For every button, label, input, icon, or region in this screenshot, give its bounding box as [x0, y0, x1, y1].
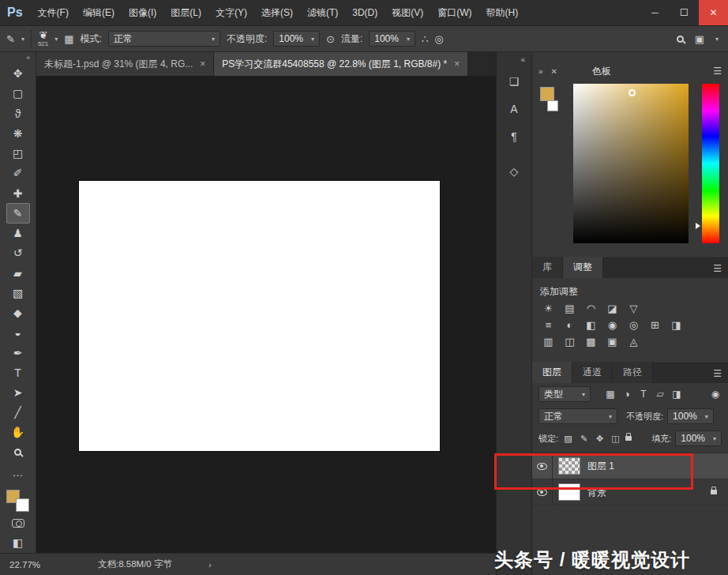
edit-toolbar-button[interactable]: … [6, 462, 30, 482]
background-color-swatch[interactable] [16, 498, 29, 512]
hue-slider[interactable] [702, 84, 719, 243]
adjustment-icon-brightness-contrast[interactable]: ☀ [542, 303, 555, 314]
status-chevron-icon[interactable]: › [208, 560, 212, 569]
adjustment-icon-gradient-map[interactable]: ▩ [584, 336, 598, 348]
adjustment-icon-levels[interactable]: ▤ [563, 303, 576, 314]
type-tool[interactable]: T [6, 363, 30, 382]
filter-shape-layers-icon[interactable]: ▱ [654, 389, 666, 400]
zoom-tool[interactable] [6, 442, 30, 462]
zoom-level-field[interactable]: 22.77% [9, 560, 49, 569]
active-tool-icon[interactable]: ✎ [6, 33, 15, 45]
crop-tool[interactable]: ◰ [6, 144, 30, 163]
menu-type[interactable]: 文字(Y) [208, 6, 254, 20]
document-tab-active[interactable]: PS学习交流群45408558 @ 22.8% (图层 1, RGB/8#) *… [214, 52, 468, 76]
lock-image-pixels-icon[interactable]: ✎ [578, 434, 590, 444]
fill-select[interactable]: 100% ▾ [675, 430, 722, 446]
airbrush-icon[interactable]: ∴ [422, 33, 428, 45]
tab-channels[interactable]: 通道 [572, 362, 613, 383]
adjustment-icon-invert[interactable]: ◨ [670, 319, 683, 331]
visibility-toggle[interactable] [532, 479, 553, 505]
menu-edit[interactable]: 编辑(E) [76, 6, 122, 20]
adjustment-icon-channel-mixer[interactable]: ◎ [627, 319, 640, 331]
history-brush-tool[interactable]: ↺ [6, 243, 30, 263]
panel-icon-3d[interactable]: ◇ [502, 161, 526, 182]
panel-menu-icon[interactable]: ☰ [713, 66, 722, 77]
hue-slider-marker-icon[interactable] [696, 223, 700, 229]
maximize-button[interactable]: ☐ [670, 0, 699, 25]
menu-3d[interactable]: 3D(D) [345, 7, 385, 18]
quick-selection-tool[interactable]: ❋ [6, 123, 30, 143]
lock-all-icon[interactable] [625, 436, 632, 441]
line-tool[interactable]: ╱ [6, 403, 30, 423]
panel-icon-paragraph[interactable]: ¶ [502, 126, 526, 147]
menu-filter[interactable]: 滤镜(T) [300, 6, 345, 20]
color-picker-marker[interactable] [629, 89, 636, 96]
lock-artboard-icon[interactable]: ◫ [610, 434, 621, 444]
collapse-panel-icon[interactable]: » [538, 67, 543, 76]
layer-opacity-select[interactable]: 100% ▾ [667, 408, 714, 424]
close-button[interactable]: ✕ [699, 0, 728, 25]
tab-layers[interactable]: 图层 [532, 362, 572, 383]
brush-preset-caret-icon[interactable]: ▾ [54, 36, 58, 43]
filter-smart-objects-icon[interactable]: ◨ [670, 389, 683, 400]
foreground-color-chip[interactable] [540, 87, 554, 101]
layer-thumbnail[interactable] [558, 483, 580, 501]
layer-filter-toggle-icon[interactable]: ◉ [709, 389, 722, 400]
adjustment-icon-misc[interactable]: ◬ [627, 336, 640, 348]
rectangular-marquee-tool[interactable]: ▢ [6, 84, 30, 103]
quick-mask-button[interactable] [6, 513, 30, 533]
panel-menu-icon[interactable]: ☰ [713, 263, 728, 274]
tab-close-icon[interactable]: × [454, 58, 460, 70]
workspace-switcher-icon[interactable]: ▣ [695, 33, 704, 45]
layer-filter-select[interactable]: 类型 ▾ [538, 386, 591, 402]
move-tool[interactable]: ✥ [6, 64, 30, 84]
canvas-area[interactable] [36, 76, 496, 553]
blend-mode-select[interactable]: 正常 ▾ [108, 31, 220, 47]
blur-tool[interactable]: ◆ [6, 303, 30, 322]
hand-tool[interactable]: ✋ [6, 423, 30, 442]
menu-select[interactable]: 选择(S) [254, 6, 300, 20]
adjustment-icon-posterize[interactable]: ▥ [542, 336, 555, 348]
brush-preset-picker[interactable]: ❦ 521 [38, 30, 48, 47]
gradient-tool[interactable]: ▧ [6, 283, 30, 303]
search-icon[interactable] [677, 36, 684, 43]
layer-row-background[interactable]: 背景 [532, 479, 728, 505]
menu-help[interactable]: 帮助(H) [479, 6, 526, 20]
filter-pixel-layers-icon[interactable]: ▦ [604, 389, 617, 400]
path-selection-tool[interactable]: ➤ [6, 382, 30, 402]
color-field[interactable] [573, 84, 689, 243]
panel-icon-properties[interactable]: ❏ [502, 71, 526, 92]
filter-type-layers-icon[interactable]: T [637, 389, 650, 400]
menu-file[interactable]: 文件(F) [31, 6, 76, 20]
dodge-tool[interactable]: ◒ [6, 323, 30, 343]
tab-paths[interactable]: 路径 [613, 362, 653, 383]
adjustment-icon-vibrance[interactable]: ▽ [627, 303, 640, 314]
opacity-select[interactable]: 100% ▾ [273, 31, 320, 47]
menu-layer[interactable]: 图层(L) [163, 6, 208, 20]
document-canvas[interactable] [79, 181, 440, 451]
tool-preset-caret-icon[interactable]: ▾ [21, 36, 24, 43]
background-color-chip[interactable] [547, 100, 558, 111]
menu-view[interactable]: 视图(V) [385, 6, 430, 20]
tab-libraries[interactable]: 库 [532, 257, 563, 278]
eyedropper-tool[interactable]: ✐ [6, 163, 30, 183]
adjustment-icon-curves[interactable]: ◠ [584, 303, 598, 314]
expand-panels-icon[interactable]: « [520, 52, 531, 64]
eraser-tool[interactable]: ▰ [6, 263, 30, 283]
document-tab-untitled[interactable]: 未标题-1.psd @ 31% (图层 4, RG... × [36, 52, 214, 76]
lasso-tool[interactable]: ϑ [6, 103, 30, 123]
adjustment-icon-color-lookup[interactable]: ⊞ [648, 319, 662, 331]
pressure-size-icon[interactable]: ◎ [434, 33, 443, 45]
layer-name[interactable]: 图层 1 [587, 460, 614, 473]
pen-tool[interactable]: ✒ [6, 343, 30, 363]
adjustment-icon-hue-saturation[interactable]: ≡ [542, 319, 555, 331]
toolbar-collapse-icon[interactable]: » [26, 52, 36, 64]
menu-image[interactable]: 图像(I) [122, 6, 163, 20]
menu-window[interactable]: 窗口(W) [430, 6, 478, 20]
adjustment-icon-color-balance[interactable]: ◐ [563, 319, 576, 331]
pressure-opacity-icon[interactable]: ⊙ [326, 33, 335, 45]
adjustment-icon-photo-filter[interactable]: ◉ [606, 319, 619, 331]
adjustment-icon-threshold[interactable]: ◫ [563, 336, 576, 348]
screen-mode-button[interactable]: ◧ [6, 533, 30, 553]
lock-transparent-pixels-icon[interactable]: ▨ [562, 434, 574, 444]
